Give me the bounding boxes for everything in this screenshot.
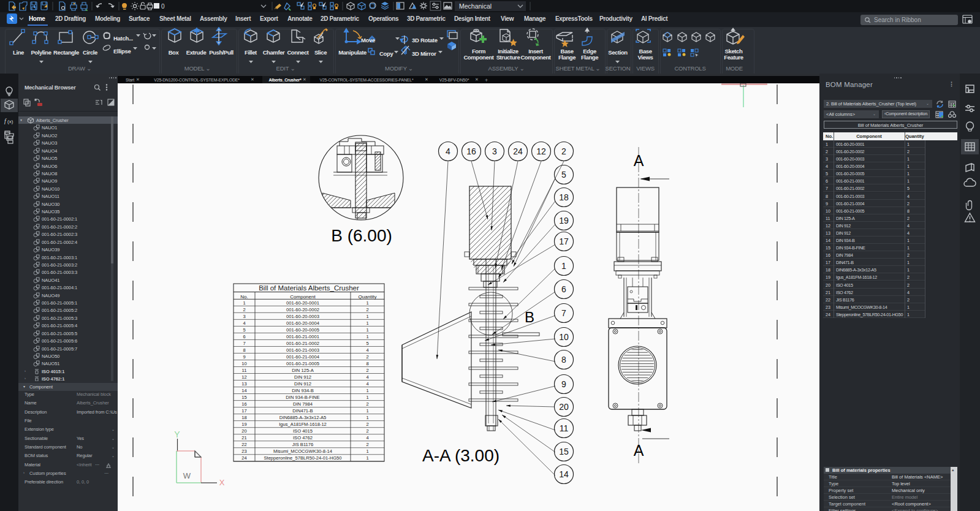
svg-text:001-60-20-0005: 001-60-20-0005 (286, 327, 319, 333)
svg-text:18: 18 (559, 192, 569, 202)
svg-text:X: X (219, 478, 225, 487)
svg-text:3: 3 (492, 146, 497, 156)
svg-text:ISO 4015: ISO 4015 (293, 428, 313, 434)
svg-text:11: 11 (560, 423, 569, 433)
svg-text:10: 10 (241, 361, 246, 366)
svg-text:12: 12 (536, 146, 546, 156)
svg-text:1: 1 (366, 455, 368, 461)
svg-text:2: 2 (366, 307, 368, 312)
svg-text:16: 16 (466, 146, 476, 156)
svg-text:3: 3 (243, 314, 245, 319)
svg-text:001-60-20-0002: 001-60-20-0002 (286, 307, 319, 312)
svg-text:15: 15 (241, 395, 246, 400)
svg-text:f: f (4, 118, 7, 124)
svg-text:13: 13 (241, 381, 246, 387)
svg-text:DIN 125-A: DIN 125-A (292, 368, 314, 373)
svg-text:001-60-21-0003: 001-60-21-0003 (286, 347, 319, 353)
svg-text:4: 4 (366, 374, 368, 380)
svg-text:12: 12 (241, 374, 246, 380)
svg-text:10: 10 (559, 332, 569, 342)
svg-text:DIN 934-B: DIN 934-B (292, 388, 313, 393)
svg-text:W: W (183, 471, 191, 480)
svg-text:2: 2 (366, 354, 368, 360)
svg-text:1: 1 (366, 388, 368, 393)
svg-text:16: 16 (241, 401, 246, 407)
svg-text:1: 1 (366, 415, 368, 420)
svg-text:11: 11 (242, 368, 247, 373)
svg-text:1: 1 (366, 327, 368, 333)
svg-text:Igus_A181FM-1618-12: Igus_A181FM-1618-12 (279, 422, 327, 427)
svg-text:B (6.00): B (6.00) (331, 226, 392, 245)
svg-text:1: 1 (366, 300, 368, 306)
svg-text:8: 8 (366, 361, 368, 366)
svg-text:5: 5 (366, 341, 368, 346)
svg-text:20: 20 (241, 428, 246, 434)
svg-text:No.: No. (240, 294, 248, 300)
svg-text:001-60-20-0003: 001-60-20-0003 (286, 314, 319, 319)
svg-text:14: 14 (241, 388, 246, 393)
svg-text:8: 8 (561, 355, 566, 365)
svg-text:Bill of Materials Alberts_Crus: Bill of Materials Alberts_Crusher (259, 284, 359, 292)
svg-text:DIN471-B: DIN471-B (292, 408, 313, 414)
svg-text:2: 2 (366, 428, 368, 434)
svg-text:1: 1 (366, 408, 368, 414)
svg-text:6: 6 (561, 284, 566, 294)
svg-text:18: 18 (241, 415, 246, 420)
svg-text:15: 15 (559, 447, 569, 456)
svg-text:A: A (634, 442, 644, 459)
svg-text:2: 2 (366, 422, 368, 427)
svg-text:1: 1 (366, 395, 368, 400)
svg-text:2: 2 (243, 307, 245, 312)
svg-text:DIN 934-B-FINE: DIN 934-B-FINE (286, 395, 319, 400)
svg-text:24: 24 (513, 146, 523, 156)
svg-text:21: 21 (241, 435, 246, 441)
svg-text:17: 17 (241, 408, 246, 414)
svg-text:2: 2 (366, 442, 368, 447)
svg-text:001-60-21-0004: 001-60-21-0004 (286, 354, 319, 360)
svg-text:DIN 912: DIN 912 (294, 374, 311, 380)
svg-text:001-60-21-0005: 001-60-21-0005 (286, 361, 319, 366)
svg-text:4: 4 (243, 320, 245, 326)
svg-text:0: 0 (161, 3, 165, 10)
svg-text:4: 4 (366, 381, 368, 387)
svg-text:1: 1 (366, 314, 368, 319)
svg-text:001-60-20-0004: 001-60-20-0004 (286, 320, 319, 326)
svg-text:ISO 4762: ISO 4762 (293, 435, 313, 441)
svg-text:7: 7 (243, 341, 245, 346)
svg-text:6: 6 (243, 334, 245, 339)
svg-text:001-60-21-0001: 001-60-21-0001 (286, 334, 319, 339)
svg-text:8: 8 (243, 347, 245, 353)
svg-text:20: 20 (559, 402, 569, 412)
svg-text:Misumi_MCOCGWK30-8-14: Misumi_MCOCGWK30-8-14 (273, 449, 332, 454)
svg-text:17: 17 (559, 237, 569, 246)
svg-text:9: 9 (243, 354, 245, 360)
svg-text:9: 9 (561, 379, 566, 389)
svg-text:19: 19 (241, 422, 246, 427)
svg-text:2: 2 (366, 401, 368, 407)
svg-text:23: 23 (241, 449, 246, 454)
svg-text:2: 2 (366, 368, 368, 373)
svg-text:(x): (x) (7, 119, 13, 124)
svg-text:19: 19 (559, 216, 569, 225)
svg-text:4: 4 (366, 435, 368, 441)
svg-text:DIN 7984: DIN 7984 (293, 401, 313, 407)
svg-text:A: A (634, 152, 644, 169)
svg-text:1: 1 (561, 261, 566, 271)
svg-text:DIN 912: DIN 912 (294, 381, 311, 387)
svg-text:1: 1 (366, 334, 368, 339)
svg-text:1: 1 (243, 300, 245, 306)
svg-text:22: 22 (241, 442, 246, 447)
svg-text:001-60-21-0002: 001-60-21-0002 (286, 341, 319, 346)
svg-text:4: 4 (446, 146, 450, 156)
svg-text:Quantity: Quantity (359, 294, 377, 300)
svg-text:A-A (3.00): A-A (3.00) (422, 446, 499, 465)
svg-text:001-60-20-0001: 001-60-20-0001 (286, 300, 319, 306)
svg-text:4: 4 (366, 347, 368, 353)
svg-text:14: 14 (559, 469, 569, 479)
svg-text:Y: Y (174, 430, 180, 439)
svg-text:JIS B1176: JIS B1176 (292, 442, 313, 447)
svg-text:Mechanical: Mechanical (459, 2, 492, 10)
svg-text:1: 1 (366, 449, 368, 454)
svg-text:2: 2 (561, 146, 566, 156)
svg-text:Stepperonline_57BLR50-24-01-HG: Stepperonline_57BLR50-24-01-HG50 (264, 455, 341, 461)
